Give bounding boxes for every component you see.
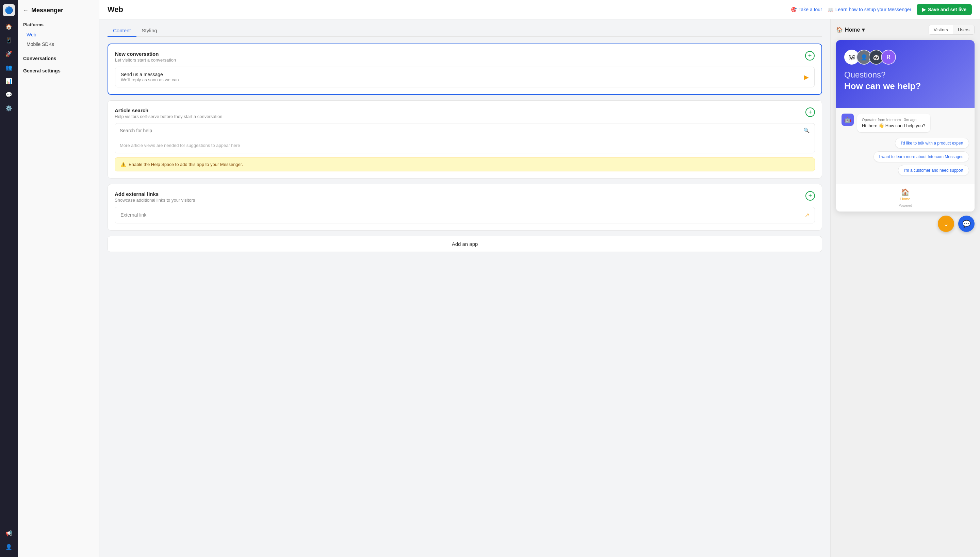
left-panel: Content Styling New conversation Let vis… [100,20,830,557]
main-content: Web 🎯 Take a tour 📖 Learn how to setup y… [100,0,980,557]
home-nav-label: Home [900,197,910,201]
tab-content[interactable]: Content [108,25,136,37]
nav-icon-reports[interactable]: 📊 [3,75,15,87]
messenger-avatars: 🐼 👤 🐼 R [844,50,966,65]
warning-banner: ⚠️ Enable the Help Space to add this app… [115,158,815,171]
sidebar-title: Messenger [31,7,63,14]
back-button[interactable]: ← Messenger [23,7,93,14]
message-inner-text: Send us a message We'll reply as soon as… [121,72,179,82]
take-tour-button[interactable]: 🎯 Take a tour [791,7,822,12]
external-links-title: Add external links [115,191,195,197]
warning-icon: ⚠️ [121,162,126,167]
avatar-r: R [881,50,896,65]
learn-icon: 📖 [828,7,833,12]
search-input[interactable] [120,128,804,133]
home-dropdown[interactable]: 🏠 Home ▾ [836,26,865,33]
save-button[interactable]: ▶ Save and set live [917,4,972,15]
home-nav[interactable]: 🏠 Home [900,188,910,201]
float-btn-chat[interactable]: 💬 [958,216,975,232]
content-area: Content Styling New conversation Let vis… [100,20,980,557]
chevron-down-icon: ▾ [862,26,865,33]
conversations-heading: Conversations [23,56,93,61]
external-link-inner[interactable]: External link ↗ [115,207,815,223]
sidebar-item-mobile-sdks[interactable]: Mobile SDKs [23,39,93,49]
suggestion-3[interactable]: I'm a customer and need support [898,165,969,176]
view-tabs: Visitors Users [929,25,975,35]
home-label: Home [845,27,860,33]
chat-avatar: 🤖 [841,114,854,126]
search-inner-card: 🔍 More article views are needed for sugg… [115,123,815,153]
page-title: Web [108,5,123,14]
messenger-footer: 🏠 Home Powered [836,184,975,212]
new-conversation-subtitle: Let visitors start a conversation [115,57,176,63]
search-icon: 🔍 [804,127,810,134]
message-arrow-icon: ▶ [804,73,809,81]
messenger-widget: 🐼 👤 🐼 R Questions? How can we help? 🤖 Op… [836,40,975,212]
external-links-header: Add external links Showcase additional l… [115,191,815,203]
article-search-subtitle: Help visitors self-serve before they sta… [115,114,222,119]
external-links-info: Add external links Showcase additional l… [115,191,195,203]
chat-message: 🤖 Operator from Intercom · 3m ago Hi the… [841,114,969,132]
general-settings-heading: General settings [23,68,93,73]
float-btn-down[interactable]: ⌄ [938,216,954,232]
top-bar-actions: 🎯 Take a tour 📖 Learn how to setup your … [791,4,972,15]
external-link-icon: ↗ [805,212,809,218]
new-conversation-info: New conversation Let visitors start a co… [115,51,176,63]
messenger-subtitle: How can we help? [844,81,966,91]
external-links-subtitle: Showcase additional links to your visito… [115,197,195,203]
new-conversation-header: New conversation Let visitors start a co… [115,51,815,63]
back-arrow-icon: ← [23,8,29,14]
external-links-add-btn[interactable]: + [805,191,815,200]
article-search-add-btn[interactable]: + [805,107,815,117]
tab-bar: Content Styling [108,20,822,37]
new-conversation-card: New conversation Let visitors start a co… [108,44,822,95]
tour-icon: 🎯 [791,7,797,12]
sidebar-item-web[interactable]: Web [23,30,93,39]
chat-bubble: Operator from Intercom · 3m ago Hi there… [857,114,930,132]
nav-icon-home[interactable]: 🏠 [3,20,15,33]
message-inner-card[interactable]: Send us a message We'll reply as soon as… [115,67,815,87]
nav-icon-outbound[interactable]: 🚀 [3,47,15,60]
powered-text: Powered [899,204,912,207]
app-logo[interactable]: 🔵 [3,4,15,16]
sidebar: ← Messenger Platforms Web Mobile SDKs Co… [18,0,100,557]
new-conversation-title: New conversation [115,51,176,57]
article-search-title: Article search [115,107,222,113]
external-links-card: Add external links Showcase additional l… [108,184,822,231]
message-inner-title: Send us a message [121,72,179,77]
save-label: Save and set live [928,7,966,12]
top-bar: Web 🎯 Take a tour 📖 Learn how to setup y… [100,0,980,20]
article-search-card: Article search Help visitors self-serve … [108,100,822,179]
home-nav-icon: 🏠 [901,188,910,196]
nav-icon-profile[interactable]: 👤 [3,541,15,553]
warning-text: Enable the Help Space to add this app to… [129,162,243,167]
preview-panel: 🏠 Home ▾ Visitors Users 🐼 👤 🐼 [830,20,980,557]
tab-visitors[interactable]: Visitors [929,25,953,34]
nav-icon-users[interactable]: 👥 [3,61,15,73]
message-inner-subtitle: We'll reply as soon as we can [121,77,179,82]
left-navigation: 🔵 🏠 📱 🚀 👥 📊 💬 ⚙️ 📢 👤 [0,0,18,557]
chat-meta: Operator from Intercom · 3m ago [862,118,926,122]
nav-icon-announce[interactable]: 📢 [3,527,15,539]
nav-icon-settings[interactable]: ⚙️ [3,102,15,114]
suggestion-2[interactable]: I want to learn more about Intercom Mess… [874,151,969,162]
messenger-header: 🐼 👤 🐼 R Questions? How can we help? [836,40,975,108]
suggestion-1[interactable]: I'd like to talk with a product expert [895,138,969,148]
tab-users[interactable]: Users [953,25,974,34]
tour-label: Take a tour [799,7,822,12]
messenger-title: Questions? [844,70,966,80]
search-hint: More article views are needed for sugges… [115,138,815,153]
float-buttons: ⌄ 💬 [836,216,975,232]
search-input-row: 🔍 [115,124,815,138]
nav-icon-mobile[interactable]: 📱 [3,34,15,46]
preview-header: 🏠 Home ▾ Visitors Users [836,25,975,35]
learn-label: Learn how to setup your Messenger [835,7,911,12]
tab-styling[interactable]: Styling [136,25,163,37]
play-icon: ▶ [922,7,926,12]
add-app-button[interactable]: Add an app [108,236,822,252]
nav-icon-messages[interactable]: 💬 [3,88,15,101]
article-search-header: Article search Help visitors self-serve … [115,107,815,119]
new-conversation-add-btn[interactable]: + [805,51,815,60]
learn-button[interactable]: 📖 Learn how to setup your Messenger [828,7,911,12]
article-search-info: Article search Help visitors self-serve … [115,107,222,119]
